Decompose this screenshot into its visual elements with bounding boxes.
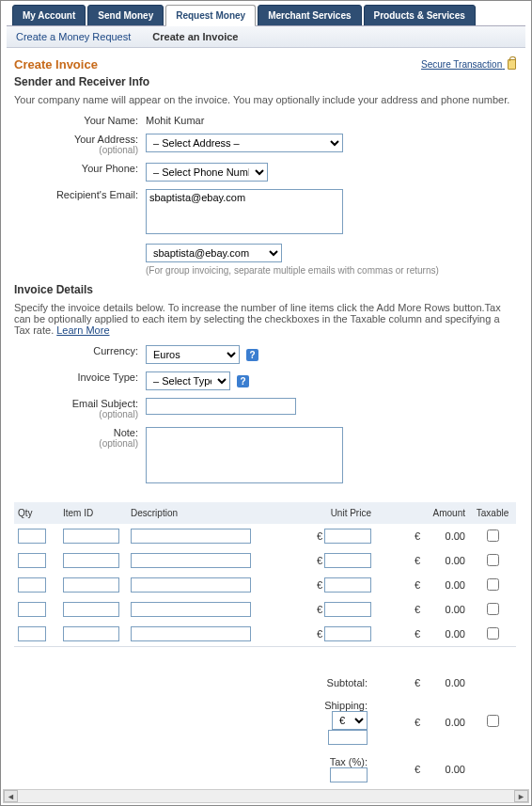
input-description[interactable] (131, 626, 251, 641)
help-icon[interactable]: ? (246, 349, 258, 361)
horizontal-scrollbar[interactable]: ◄ ► (3, 789, 529, 803)
optional-note: (optional) (14, 438, 138, 449)
euro-symbol: € (317, 628, 322, 640)
help-icon[interactable]: ? (237, 375, 249, 387)
select-recipient-email[interactable]: sbaptista@ebay.com (146, 244, 282, 262)
scroll-right-icon[interactable]: ► (514, 790, 528, 802)
input-qty[interactable] (18, 529, 46, 544)
input-description[interactable] (131, 577, 251, 593)
checkbox-taxable[interactable] (487, 529, 499, 542)
section-invoice-details: Invoice Details (14, 283, 516, 296)
th-qty: Qty (14, 502, 59, 524)
tab-merchant-services[interactable]: Merchant Services (258, 5, 361, 26)
select-invoice-type[interactable]: – Select Type – (146, 371, 230, 390)
input-qty[interactable] (18, 626, 46, 641)
tab-send-money[interactable]: Send Money (87, 5, 164, 26)
select-address[interactable]: – Select Address – (146, 134, 343, 152)
checkbox-taxable[interactable] (487, 627, 499, 640)
th-amount: Amount (375, 502, 469, 524)
amount-value: 0.00 (446, 604, 465, 615)
table-row: €€ 0.00 (14, 548, 516, 573)
table-row: €€ 0.00 (14, 524, 516, 548)
value-your-name: Mohit Kumar (146, 115, 516, 126)
tab-request-money[interactable]: Request Money (165, 5, 256, 26)
input-qty[interactable] (18, 602, 46, 617)
euro-symbol: € (415, 579, 420, 591)
label-subtotal: Subtotal: (290, 672, 375, 694)
select-shipping-currency[interactable]: € (332, 711, 368, 730)
subtab-create-invoice[interactable]: Create an Invoice (152, 31, 238, 42)
group-invoicing-note: (For group invoicing, separate multiple … (146, 265, 516, 276)
select-phone[interactable]: – Select Phone Number – (146, 163, 268, 182)
input-item-id[interactable] (63, 553, 119, 568)
th-description: Description (127, 502, 290, 524)
learn-more-link[interactable]: Learn More (56, 324, 109, 336)
input-email-subject[interactable] (146, 398, 296, 415)
input-item-id[interactable] (63, 529, 119, 544)
optional-subject: (optional) (14, 409, 138, 419)
th-item-id: Item ID (59, 502, 127, 524)
tax-value: 0.00 (446, 764, 465, 775)
input-tax[interactable] (330, 767, 368, 782)
euro-symbol: € (415, 604, 420, 615)
euro-symbol: € (415, 717, 420, 728)
checkbox-taxable[interactable] (487, 554, 499, 566)
label-email-subject: Email Subject: (72, 398, 138, 409)
lock-icon (508, 59, 516, 70)
secure-transaction-link[interactable]: Secure Transaction (421, 57, 516, 70)
input-shipping[interactable] (328, 730, 368, 745)
label-your-address: Your Address: (74, 134, 138, 145)
select-currency[interactable]: Euros (146, 345, 240, 364)
input-unit-price[interactable] (324, 577, 371, 593)
subtotal-value: 0.00 (446, 677, 465, 688)
table-row: €€ 0.00 (14, 597, 516, 622)
tab-products-services[interactable]: Products & Services (364, 5, 476, 26)
tab-my-account[interactable]: My Account (12, 5, 86, 26)
label-currency: Currency: (14, 345, 146, 356)
line-items-table: Qty Item ID Description Unit Price Amoun… (14, 502, 516, 806)
sender-hint: Your company name will appear on the inv… (14, 94, 516, 105)
checkbox-shipping-taxable[interactable] (487, 715, 499, 727)
label-invoice-type: Invoice Type: (14, 371, 146, 383)
main-tabs: My Account Send Money Request Money Merc… (7, 5, 525, 26)
th-unit-price: Unit Price (290, 502, 375, 524)
label-your-name: Your Name: (14, 115, 146, 126)
euro-symbol: € (415, 530, 420, 542)
label-your-phone: Your Phone: (14, 163, 146, 174)
amount-value: 0.00 (446, 530, 465, 542)
input-item-id[interactable] (63, 577, 119, 593)
label-note: Note: (114, 427, 138, 438)
table-row: €€ 0.00 (14, 573, 516, 597)
input-unit-price[interactable] (324, 626, 371, 641)
sub-tabs: Create a Money Request Create an Invoice (7, 25, 525, 48)
label-shipping: Shipping: (324, 700, 368, 711)
input-description[interactable] (131, 529, 251, 544)
textarea-note[interactable] (146, 427, 343, 483)
scroll-left-icon[interactable]: ◄ (4, 790, 18, 802)
euro-symbol: € (317, 579, 322, 591)
input-item-id[interactable] (63, 602, 119, 617)
checkbox-taxable[interactable] (487, 603, 499, 615)
amount-value: 0.00 (446, 628, 465, 640)
invoice-hint: Specify the invoice details below. To in… (14, 302, 516, 336)
input-description[interactable] (131, 602, 251, 617)
subtab-create-request[interactable]: Create a Money Request (16, 31, 131, 42)
input-description[interactable] (131, 553, 251, 568)
input-qty[interactable] (18, 577, 46, 593)
textarea-recipient-email[interactable]: sbaptista@ebay.com (146, 189, 343, 234)
input-qty[interactable] (18, 553, 46, 568)
euro-symbol: € (317, 555, 322, 566)
input-unit-price[interactable] (324, 553, 371, 568)
input-unit-price[interactable] (324, 602, 371, 617)
checkbox-taxable[interactable] (487, 578, 499, 591)
shipping-value: 0.00 (446, 717, 465, 728)
euro-symbol: € (415, 677, 420, 688)
input-item-id[interactable] (63, 626, 119, 641)
euro-symbol: € (415, 628, 420, 640)
amount-value: 0.00 (446, 579, 465, 591)
amount-value: 0.00 (446, 555, 465, 566)
input-unit-price[interactable] (324, 529, 371, 544)
th-taxable: Taxable (469, 502, 516, 524)
euro-symbol: € (317, 604, 322, 615)
euro-symbol: € (415, 764, 420, 775)
